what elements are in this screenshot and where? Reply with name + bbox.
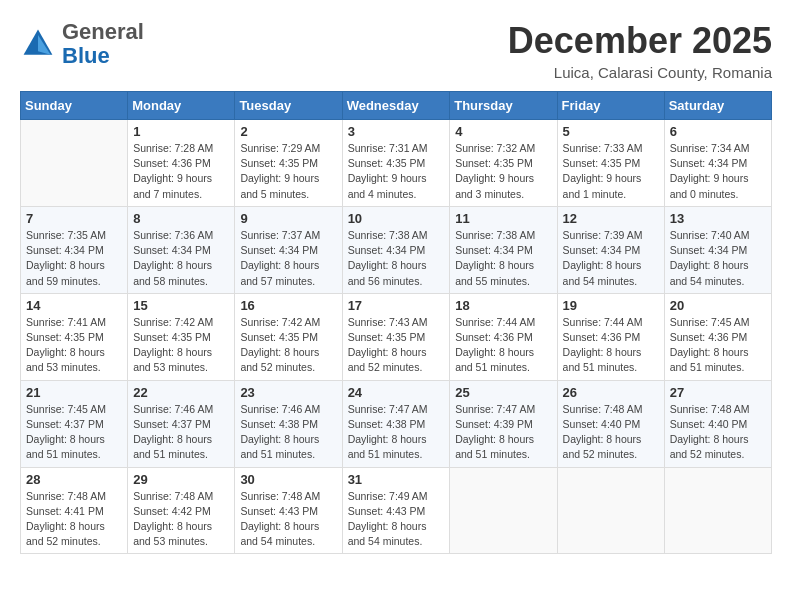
calendar-cell: 8Sunrise: 7:36 AM Sunset: 4:34 PM Daylig… (128, 206, 235, 293)
day-info: Sunrise: 7:42 AM Sunset: 4:35 PM Dayligh… (133, 315, 229, 376)
calendar-header-thursday: Thursday (450, 92, 557, 120)
day-info: Sunrise: 7:32 AM Sunset: 4:35 PM Dayligh… (455, 141, 551, 202)
calendar-cell: 29Sunrise: 7:48 AM Sunset: 4:42 PM Dayli… (128, 467, 235, 554)
day-number: 7 (26, 211, 122, 226)
day-info: Sunrise: 7:41 AM Sunset: 4:35 PM Dayligh… (26, 315, 122, 376)
day-number: 3 (348, 124, 445, 139)
day-info: Sunrise: 7:48 AM Sunset: 4:43 PM Dayligh… (240, 489, 336, 550)
day-number: 29 (133, 472, 229, 487)
calendar-cell: 19Sunrise: 7:44 AM Sunset: 4:36 PM Dayli… (557, 293, 664, 380)
calendar-cell: 22Sunrise: 7:46 AM Sunset: 4:37 PM Dayli… (128, 380, 235, 467)
day-info: Sunrise: 7:33 AM Sunset: 4:35 PM Dayligh… (563, 141, 659, 202)
calendar-header-friday: Friday (557, 92, 664, 120)
day-info: Sunrise: 7:37 AM Sunset: 4:34 PM Dayligh… (240, 228, 336, 289)
logo: General Blue (20, 20, 144, 68)
calendar-header-sunday: Sunday (21, 92, 128, 120)
day-info: Sunrise: 7:49 AM Sunset: 4:43 PM Dayligh… (348, 489, 445, 550)
calendar-week-2: 7Sunrise: 7:35 AM Sunset: 4:34 PM Daylig… (21, 206, 772, 293)
day-number: 22 (133, 385, 229, 400)
day-number: 13 (670, 211, 766, 226)
day-number: 9 (240, 211, 336, 226)
calendar-week-5: 28Sunrise: 7:48 AM Sunset: 4:41 PM Dayli… (21, 467, 772, 554)
calendar-cell: 9Sunrise: 7:37 AM Sunset: 4:34 PM Daylig… (235, 206, 342, 293)
calendar-cell: 7Sunrise: 7:35 AM Sunset: 4:34 PM Daylig… (21, 206, 128, 293)
calendar-cell: 18Sunrise: 7:44 AM Sunset: 4:36 PM Dayli… (450, 293, 557, 380)
day-info: Sunrise: 7:28 AM Sunset: 4:36 PM Dayligh… (133, 141, 229, 202)
calendar-header-tuesday: Tuesday (235, 92, 342, 120)
calendar-cell (664, 467, 771, 554)
day-info: Sunrise: 7:40 AM Sunset: 4:34 PM Dayligh… (670, 228, 766, 289)
day-number: 18 (455, 298, 551, 313)
day-number: 31 (348, 472, 445, 487)
calendar-cell: 26Sunrise: 7:48 AM Sunset: 4:40 PM Dayli… (557, 380, 664, 467)
day-number: 11 (455, 211, 551, 226)
calendar-cell: 3Sunrise: 7:31 AM Sunset: 4:35 PM Daylig… (342, 120, 450, 207)
calendar-week-4: 21Sunrise: 7:45 AM Sunset: 4:37 PM Dayli… (21, 380, 772, 467)
day-number: 10 (348, 211, 445, 226)
day-number: 24 (348, 385, 445, 400)
calendar-cell (21, 120, 128, 207)
day-number: 23 (240, 385, 336, 400)
day-number: 14 (26, 298, 122, 313)
day-info: Sunrise: 7:44 AM Sunset: 4:36 PM Dayligh… (455, 315, 551, 376)
calendar-cell: 4Sunrise: 7:32 AM Sunset: 4:35 PM Daylig… (450, 120, 557, 207)
calendar-header-row: SundayMondayTuesdayWednesdayThursdayFrid… (21, 92, 772, 120)
day-info: Sunrise: 7:42 AM Sunset: 4:35 PM Dayligh… (240, 315, 336, 376)
calendar-cell: 25Sunrise: 7:47 AM Sunset: 4:39 PM Dayli… (450, 380, 557, 467)
calendar-cell: 12Sunrise: 7:39 AM Sunset: 4:34 PM Dayli… (557, 206, 664, 293)
calendar-cell: 21Sunrise: 7:45 AM Sunset: 4:37 PM Dayli… (21, 380, 128, 467)
calendar-body: 1Sunrise: 7:28 AM Sunset: 4:36 PM Daylig… (21, 120, 772, 554)
calendar-cell: 20Sunrise: 7:45 AM Sunset: 4:36 PM Dayli… (664, 293, 771, 380)
calendar-cell: 15Sunrise: 7:42 AM Sunset: 4:35 PM Dayli… (128, 293, 235, 380)
day-info: Sunrise: 7:46 AM Sunset: 4:38 PM Dayligh… (240, 402, 336, 463)
day-number: 8 (133, 211, 229, 226)
calendar-cell (557, 467, 664, 554)
calendar-cell: 27Sunrise: 7:48 AM Sunset: 4:40 PM Dayli… (664, 380, 771, 467)
calendar-cell: 28Sunrise: 7:48 AM Sunset: 4:41 PM Dayli… (21, 467, 128, 554)
day-info: Sunrise: 7:38 AM Sunset: 4:34 PM Dayligh… (455, 228, 551, 289)
calendar-cell: 2Sunrise: 7:29 AM Sunset: 4:35 PM Daylig… (235, 120, 342, 207)
calendar-cell: 14Sunrise: 7:41 AM Sunset: 4:35 PM Dayli… (21, 293, 128, 380)
calendar-cell: 16Sunrise: 7:42 AM Sunset: 4:35 PM Dayli… (235, 293, 342, 380)
calendar-cell: 10Sunrise: 7:38 AM Sunset: 4:34 PM Dayli… (342, 206, 450, 293)
calendar-header-saturday: Saturday (664, 92, 771, 120)
day-number: 20 (670, 298, 766, 313)
day-info: Sunrise: 7:31 AM Sunset: 4:35 PM Dayligh… (348, 141, 445, 202)
calendar-week-1: 1Sunrise: 7:28 AM Sunset: 4:36 PM Daylig… (21, 120, 772, 207)
day-info: Sunrise: 7:38 AM Sunset: 4:34 PM Dayligh… (348, 228, 445, 289)
logo-icon (20, 26, 56, 62)
day-number: 12 (563, 211, 659, 226)
day-info: Sunrise: 7:36 AM Sunset: 4:34 PM Dayligh… (133, 228, 229, 289)
month-title: December 2025 (508, 20, 772, 62)
day-number: 15 (133, 298, 229, 313)
day-number: 5 (563, 124, 659, 139)
calendar-cell: 1Sunrise: 7:28 AM Sunset: 4:36 PM Daylig… (128, 120, 235, 207)
calendar-cell: 11Sunrise: 7:38 AM Sunset: 4:34 PM Dayli… (450, 206, 557, 293)
day-info: Sunrise: 7:44 AM Sunset: 4:36 PM Dayligh… (563, 315, 659, 376)
calendar-cell: 31Sunrise: 7:49 AM Sunset: 4:43 PM Dayli… (342, 467, 450, 554)
day-number: 26 (563, 385, 659, 400)
day-info: Sunrise: 7:46 AM Sunset: 4:37 PM Dayligh… (133, 402, 229, 463)
day-number: 30 (240, 472, 336, 487)
page-header: General Blue December 2025 Luica, Calara… (20, 20, 772, 81)
day-info: Sunrise: 7:45 AM Sunset: 4:37 PM Dayligh… (26, 402, 122, 463)
location-subtitle: Luica, Calarasi County, Romania (508, 64, 772, 81)
calendar-cell: 6Sunrise: 7:34 AM Sunset: 4:34 PM Daylig… (664, 120, 771, 207)
day-number: 6 (670, 124, 766, 139)
day-number: 28 (26, 472, 122, 487)
day-info: Sunrise: 7:34 AM Sunset: 4:34 PM Dayligh… (670, 141, 766, 202)
day-info: Sunrise: 7:48 AM Sunset: 4:40 PM Dayligh… (563, 402, 659, 463)
day-number: 4 (455, 124, 551, 139)
day-number: 1 (133, 124, 229, 139)
day-info: Sunrise: 7:39 AM Sunset: 4:34 PM Dayligh… (563, 228, 659, 289)
day-info: Sunrise: 7:48 AM Sunset: 4:42 PM Dayligh… (133, 489, 229, 550)
day-info: Sunrise: 7:45 AM Sunset: 4:36 PM Dayligh… (670, 315, 766, 376)
calendar-week-3: 14Sunrise: 7:41 AM Sunset: 4:35 PM Dayli… (21, 293, 772, 380)
calendar-cell: 24Sunrise: 7:47 AM Sunset: 4:38 PM Dayli… (342, 380, 450, 467)
day-info: Sunrise: 7:48 AM Sunset: 4:40 PM Dayligh… (670, 402, 766, 463)
day-number: 21 (26, 385, 122, 400)
calendar-cell (450, 467, 557, 554)
calendar-table: SundayMondayTuesdayWednesdayThursdayFrid… (20, 91, 772, 554)
day-number: 17 (348, 298, 445, 313)
calendar-cell: 30Sunrise: 7:48 AM Sunset: 4:43 PM Dayli… (235, 467, 342, 554)
